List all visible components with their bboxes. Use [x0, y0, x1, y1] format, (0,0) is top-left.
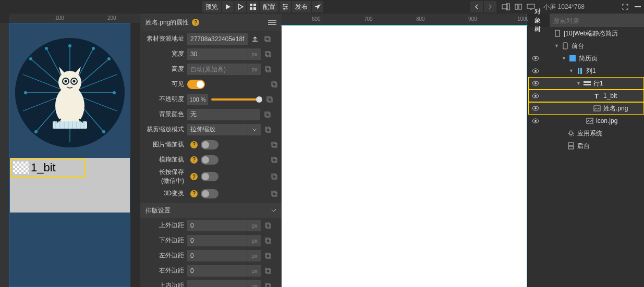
- margin-bottom-input[interactable]: [187, 235, 248, 246]
- padding-top-input[interactable]: [187, 280, 248, 288]
- unit-px[interactable]: px: [248, 235, 261, 246]
- tree-item-icon-jpg[interactable]: icon.jpg: [528, 115, 644, 127]
- width-input[interactable]: [187, 48, 248, 60]
- tree-item-app-system[interactable]: 应用系统: [528, 127, 644, 140]
- opacity-input[interactable]: [187, 94, 208, 105]
- nav-next-icon[interactable]: [484, 1, 496, 13]
- tree-item-front[interactable]: ▼ 前台: [528, 40, 644, 52]
- unit-px[interactable]: px: [248, 280, 261, 288]
- svg-rect-62: [555, 30, 560, 36]
- copy-icon[interactable]: [269, 171, 280, 182]
- split-h-icon[interactable]: [512, 1, 525, 13]
- play-icon[interactable]: [222, 1, 234, 13]
- copy-icon[interactable]: [264, 94, 275, 105]
- bgcolor-value[interactable]: 无: [187, 109, 260, 120]
- sliders-icon[interactable]: [280, 1, 291, 13]
- avatar-image[interactable]: [15, 38, 125, 147]
- unit-px[interactable]: px: [248, 64, 261, 75]
- section-layout-header[interactable]: 排版设置: [140, 203, 282, 218]
- unit-px[interactable]: px: [248, 48, 261, 60]
- help-icon[interactable]: ?: [190, 141, 198, 148]
- selected-element-frame[interactable]: 1_bit: [10, 158, 86, 178]
- copy-icon[interactable]: [263, 281, 273, 288]
- copy-icon[interactable]: [263, 49, 273, 59]
- copy-icon[interactable]: [263, 220, 273, 231]
- help-icon[interactable]: ?: [190, 190, 198, 197]
- help-icon[interactable]: ?: [190, 173, 198, 180]
- copy-icon[interactable]: [269, 140, 280, 150]
- config-button[interactable]: 配置: [260, 1, 278, 13]
- minimize-icon[interactable]: [631, 1, 644, 13]
- grid-icon[interactable]: [247, 1, 259, 13]
- visible-toggle[interactable]: [187, 80, 205, 89]
- copy-icon[interactable]: [262, 109, 273, 120]
- transform3d-toggle[interactable]: [201, 189, 218, 198]
- main-canvas[interactable]: [282, 25, 527, 287]
- eye-icon[interactable]: [528, 56, 543, 61]
- properties-panel: 姓名.png的属性 ? 素材资源地址 宽度 px 高度 px 可见 不透明度 背…: [140, 14, 282, 287]
- play-outline-icon[interactable]: [235, 1, 246, 13]
- margin-right-input[interactable]: [187, 265, 248, 277]
- lazy-load-toggle[interactable]: [201, 140, 218, 149]
- tree-item-1bit[interactable]: T 1_bit: [528, 90, 644, 102]
- svg-rect-51: [273, 192, 277, 196]
- copy-icon[interactable]: [263, 266, 273, 276]
- copy-icon[interactable]: [269, 155, 280, 165]
- expand-icon[interactable]: [619, 1, 631, 13]
- eye-icon[interactable]: [528, 81, 543, 86]
- eye-icon[interactable]: [528, 68, 543, 73]
- margin-top-input[interactable]: [187, 220, 248, 231]
- publish-button[interactable]: 发布: [292, 1, 311, 13]
- tree-expand-icon[interactable]: ▼: [569, 68, 574, 73]
- tree-expand-icon[interactable]: ▼: [554, 43, 559, 48]
- tree-item-row1[interactable]: ▼ 行1: [528, 77, 644, 90]
- nav-prev-icon[interactable]: [470, 1, 483, 13]
- tree-search-input[interactable]: [550, 14, 644, 27]
- long-press-toggle[interactable]: [201, 172, 218, 181]
- copy-icon[interactable]: [262, 34, 273, 44]
- copy-icon[interactable]: [263, 235, 273, 246]
- image-placeholder-box[interactable]: [13, 161, 29, 174]
- tree-expand-icon[interactable]: ▼: [562, 56, 566, 61]
- chevron-down-icon[interactable]: [248, 124, 261, 135]
- copy-icon[interactable]: [263, 251, 273, 261]
- eye-icon[interactable]: [528, 93, 543, 98]
- preview-button[interactable]: 预览: [202, 1, 221, 13]
- tree-tab[interactable]: 对象树: [528, 14, 550, 27]
- unit-px[interactable]: px: [248, 250, 261, 261]
- tree-item-page[interactable]: ▼ 简历页: [528, 52, 644, 65]
- tree-expand-icon[interactable]: ▼: [576, 81, 581, 86]
- copy-icon[interactable]: [263, 124, 273, 135]
- svg-rect-74: [584, 84, 591, 85]
- menu-icon[interactable]: [268, 19, 276, 26]
- asset-url-input[interactable]: [187, 33, 248, 45]
- viewport-label[interactable]: 小屏 1024*768: [540, 3, 588, 11]
- eye-icon[interactable]: [528, 118, 543, 123]
- eye-icon[interactable]: [528, 106, 543, 111]
- device-toggle-icon[interactable]: [500, 1, 512, 13]
- svg-rect-30: [265, 36, 269, 41]
- tree-item-root[interactable]: [10]Web端静态简历: [528, 27, 644, 40]
- height-input[interactable]: [187, 64, 248, 75]
- margin-left-input[interactable]: [187, 250, 248, 261]
- help-icon[interactable]: ?: [190, 156, 198, 164]
- scale-mode-select[interactable]: 拉伸缩放: [187, 124, 248, 135]
- label-1bit[interactable]: 1_bit: [31, 161, 56, 174]
- opacity-slider[interactable]: [211, 98, 259, 101]
- copy-icon[interactable]: [269, 189, 280, 199]
- unit-px[interactable]: px: [248, 220, 261, 231]
- svg-point-79: [534, 107, 537, 109]
- tree-item-back[interactable]: 后台: [528, 140, 644, 152]
- upload-icon[interactable]: [250, 34, 260, 44]
- blur-load-toggle[interactable]: [201, 155, 218, 165]
- copy-icon[interactable]: [263, 64, 273, 74]
- svg-point-17: [113, 91, 116, 94]
- copy-icon[interactable]: [269, 79, 280, 90]
- help-icon[interactable]: ?: [192, 19, 199, 26]
- canvas-stage[interactable]: 1_bit: [9, 23, 130, 287]
- unit-px[interactable]: px: [248, 265, 261, 277]
- send-icon[interactable]: [312, 1, 323, 13]
- tree-item-col1[interactable]: ▼ 列1: [528, 65, 644, 77]
- tree-item-name-png[interactable]: 姓名.png: [528, 102, 644, 115]
- svg-rect-29: [53, 121, 87, 129]
